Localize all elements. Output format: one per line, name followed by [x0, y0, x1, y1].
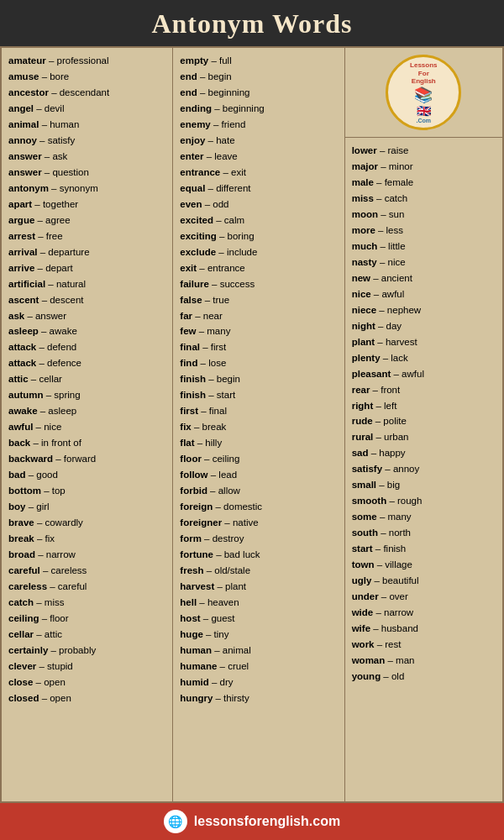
list-item: some – many: [352, 509, 496, 525]
list-item: awful – nice: [8, 419, 165, 435]
list-item: rude – polite: [352, 413, 496, 429]
list-item: right – left: [352, 398, 496, 414]
list-item: woman – man: [352, 653, 496, 669]
list-item: close – open: [8, 675, 165, 690]
list-item: ending – beginning: [180, 101, 337, 117]
list-item: moon – sun: [352, 207, 496, 223]
list-item: nasty – nice: [352, 255, 496, 270]
list-item: ugly – beautiful: [352, 573, 496, 589]
list-item: finish – begin: [180, 371, 337, 387]
logo-area: LessonsForEnglish 📚 🇬🇧 .Com: [345, 48, 502, 138]
footer-icon: 🌐: [164, 810, 187, 833]
list-item: floor – ceiling: [180, 451, 337, 467]
list-item: clever – stupid: [8, 659, 165, 675]
list-item: attack – defence: [8, 355, 165, 371]
list-item: much – little: [352, 239, 496, 255]
list-item: back – in front of: [8, 435, 165, 451]
list-item: even – odd: [180, 197, 337, 213]
list-item: far – near: [180, 308, 337, 324]
list-item: enjoy – hate: [180, 133, 337, 149]
list-item: exit – entrance: [180, 260, 337, 276]
list-item: fortune – bad luck: [180, 547, 337, 563]
footer: 🌐 lessonsforenglish.com: [0, 803, 504, 840]
list-item: attic – cellar: [8, 371, 165, 387]
list-item: wide – narrow: [352, 605, 496, 621]
list-item: break – fix: [8, 531, 165, 547]
footer-text: lessonsforenglish.com: [194, 814, 340, 829]
list-item: nice – awful: [352, 286, 496, 302]
list-item: backward – forward: [8, 451, 165, 467]
logo-circle: LessonsForEnglish 📚 🇬🇧 .Com: [386, 55, 461, 130]
header: Antonym Words: [0, 0, 504, 46]
list-item: start – finish: [352, 541, 496, 557]
list-item: sad – happy: [352, 445, 496, 461]
list-item: annoy – satisfy: [8, 133, 165, 149]
list-item: awake – asleep: [8, 403, 165, 419]
list-item: smooth – rough: [352, 493, 496, 509]
list-item: first – final: [180, 403, 337, 419]
list-item: host – guest: [180, 611, 337, 627]
list-item: male – female: [352, 175, 496, 191]
list-item: ceiling – floor: [8, 611, 165, 627]
list-item: false – true: [180, 292, 337, 308]
list-item: excited – calm: [180, 213, 337, 228]
list-item: cellar – attic: [8, 627, 165, 643]
list-item: bottom – top: [8, 483, 165, 499]
logo-text-bottom: .Com: [417, 118, 432, 123]
list-item: forbid – allow: [180, 483, 337, 499]
column-3: lower – raisemajor – minormale – femalem…: [345, 138, 502, 801]
list-item: more – less: [352, 223, 496, 239]
list-item: work – rest: [352, 637, 496, 653]
list-item: hungry – thirsty: [180, 690, 337, 706]
list-item: satisfy – annoy: [352, 461, 496, 477]
list-item: amateur – professional: [8, 53, 165, 69]
list-item: equal – different: [180, 181, 337, 197]
list-item: find – lose: [180, 355, 337, 371]
list-item: huge – tiny: [180, 627, 337, 643]
list-item: human – animal: [180, 643, 337, 659]
list-item: ascent – descent: [8, 292, 165, 308]
list-item: bad – good: [8, 467, 165, 483]
logo-text-top: LessonsForEnglish: [410, 61, 437, 86]
list-item: broad – narrow: [8, 547, 165, 563]
list-item: plenty – lack: [352, 350, 496, 366]
list-item: argue – agree: [8, 213, 165, 228]
list-item: town – village: [352, 557, 496, 573]
list-item: harvest – plant: [180, 579, 337, 595]
list-item: foreign – domestic: [180, 499, 337, 515]
list-item: asleep – awake: [8, 323, 165, 339]
list-item: arrest – free: [8, 228, 165, 244]
list-item: new – ancient: [352, 270, 496, 286]
list-item: boy – girl: [8, 499, 165, 515]
list-item: night – day: [352, 318, 496, 334]
list-item: catch – miss: [8, 595, 165, 611]
list-item: hell – heaven: [180, 595, 337, 611]
list-item: end – beginning: [180, 85, 337, 101]
list-item: major – minor: [352, 159, 496, 175]
list-item: humid – dry: [180, 675, 337, 690]
list-item: enter – leave: [180, 149, 337, 165]
list-item: arrival – departure: [8, 244, 165, 260]
list-item: few – many: [180, 323, 337, 339]
list-item: answer – ask: [8, 149, 165, 165]
list-item: apart – together: [8, 197, 165, 213]
list-item: small – big: [352, 477, 496, 493]
list-item: antonym – synonym: [8, 181, 165, 197]
list-item: empty – full: [180, 53, 337, 69]
list-item: careful – careless: [8, 563, 165, 579]
list-item: wife – husband: [352, 621, 496, 637]
list-item: arrive – depart: [8, 260, 165, 276]
list-item: animal – human: [8, 117, 165, 133]
list-item: south – north: [352, 525, 496, 541]
list-item: follow – lead: [180, 467, 337, 483]
list-item: autumn – spring: [8, 387, 165, 403]
list-item: humane – cruel: [180, 659, 337, 675]
list-item: enemy – friend: [180, 117, 337, 133]
list-item: attack – defend: [8, 339, 165, 355]
list-item: fresh – old/stale: [180, 563, 337, 579]
list-item: entrance – exit: [180, 165, 337, 181]
list-item: exclude – include: [180, 244, 337, 260]
list-item: failure – success: [180, 276, 337, 292]
list-item: plant – harvest: [352, 334, 496, 350]
column-3-wrapper: LessonsForEnglish 📚 🇬🇧 .Com lower – rais…: [345, 48, 502, 801]
